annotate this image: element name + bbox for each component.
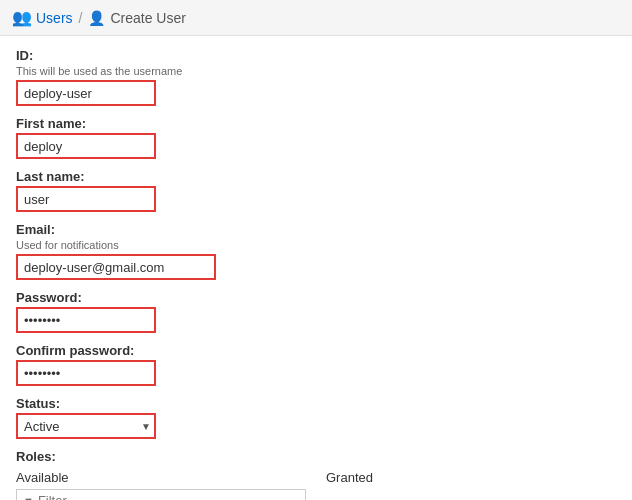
email-hint: Used for notifications [16,239,616,251]
available-roles-col: Available ▼ nx-admin [16,470,306,500]
page-header: 👥 Users / 👤 Create User [0,0,632,36]
create-user-icon: 👤 [88,10,105,26]
breadcrumb-current: 👤 Create User [88,10,185,26]
email-field: Email: Used for notifications [16,222,616,280]
firstname-input[interactable] [16,133,156,159]
available-col-title: Available [16,470,306,485]
breadcrumb: 👥 Users / 👤 Create User [12,8,186,27]
lastname-input[interactable] [16,186,156,212]
email-input[interactable] [16,254,216,280]
password-field: Password: [16,290,616,333]
lastname-field: Last name: [16,169,616,212]
confirm-password-field: Confirm password: [16,343,616,386]
roles-label: Roles: [16,449,616,464]
password-label: Password: [16,290,616,305]
status-select-wrapper: Active Inactive ▼ [16,413,156,439]
roles-section: Roles: Available ▼ nx-admin Granted depl… [16,449,616,500]
firstname-label: First name: [16,116,616,131]
breadcrumb-separator: / [79,10,83,26]
id-hint: This will be used as the username [16,65,616,77]
password-input[interactable] [16,307,156,333]
id-label: ID: [16,48,616,63]
roles-columns: Available ▼ nx-admin Granted deploy-role [16,470,616,500]
breadcrumb-current-label: Create User [110,10,185,26]
lastname-label: Last name: [16,169,616,184]
granted-col-title: Granted [326,470,616,485]
filter-icon: ▼ [23,495,34,501]
filter-input[interactable] [38,493,299,500]
status-select[interactable]: Active Inactive [16,413,156,439]
granted-roles-col: Granted deploy-role [326,470,616,500]
id-field: ID: This will be used as the username [16,48,616,106]
filter-row: ▼ [16,489,306,500]
confirm-password-label: Confirm password: [16,343,616,358]
confirm-password-input[interactable] [16,360,156,386]
create-user-form: ID: This will be used as the username Fi… [0,36,632,500]
granted-roles-area: deploy-role [326,489,616,500]
status-label: Status: [16,396,616,411]
breadcrumb-users-link[interactable]: Users [36,10,73,26]
email-label: Email: [16,222,616,237]
users-icon: 👥 [12,8,32,27]
status-field: Status: Active Inactive ▼ [16,396,616,439]
id-input[interactable] [16,80,156,106]
firstname-field: First name: [16,116,616,159]
